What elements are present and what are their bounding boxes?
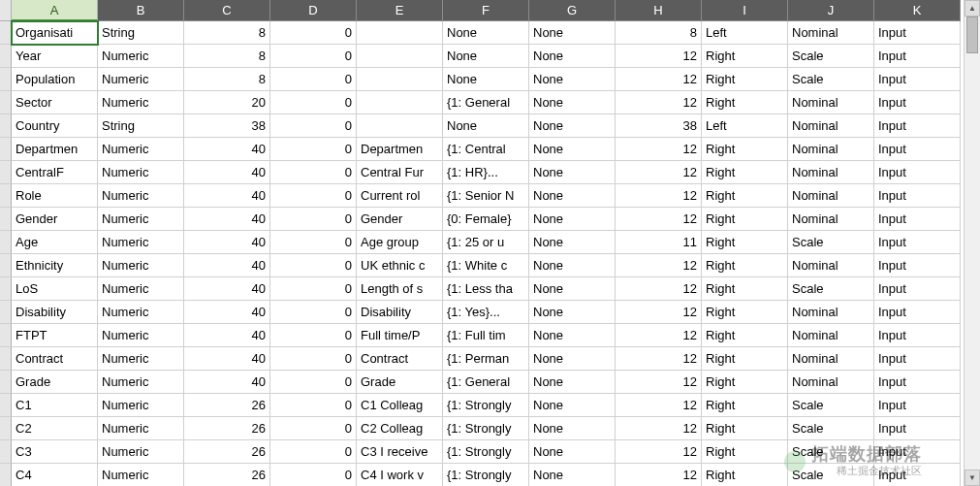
cell[interactable]: Numeric	[98, 277, 184, 301]
cell[interactable]: 0	[270, 394, 357, 417]
cell[interactable]: None	[529, 301, 616, 324]
cell[interactable]: 40	[184, 324, 270, 347]
cell[interactable]: Input	[874, 208, 961, 231]
cell[interactable]: Numeric	[98, 394, 184, 417]
cell[interactable]: None	[443, 68, 529, 91]
cell[interactable]: 0	[270, 184, 357, 208]
row-header[interactable]	[0, 464, 12, 486]
column-header-f[interactable]: F	[443, 0, 529, 21]
row-header[interactable]	[0, 231, 12, 254]
cell[interactable]: Right	[702, 231, 788, 254]
cell[interactable]: Input	[874, 394, 961, 417]
cell[interactable]: 0	[270, 91, 357, 114]
cell[interactable]: 40	[184, 208, 270, 231]
cell[interactable]: None	[443, 45, 529, 68]
cell[interactable]: Departmen	[357, 138, 443, 161]
cell[interactable]: 0	[270, 254, 357, 277]
cell[interactable]: Right	[702, 161, 788, 184]
cell[interactable]: Numeric	[98, 417, 184, 440]
cell[interactable]: Input	[874, 45, 961, 68]
cell[interactable]: {1: White c	[443, 254, 529, 277]
cell[interactable]: {1: Perman	[443, 347, 529, 371]
cell[interactable]: Right	[702, 138, 788, 161]
cell[interactable]: LoS	[12, 277, 98, 301]
cell[interactable]: 12	[616, 394, 702, 417]
cell[interactable]: 11	[616, 231, 702, 254]
cell[interactable]: 40	[184, 161, 270, 184]
cell[interactable]: Length of s	[357, 277, 443, 301]
row-header[interactable]	[0, 21, 12, 45]
cell[interactable]: Right	[702, 464, 788, 486]
row-header[interactable]	[0, 91, 12, 114]
cell[interactable]: 12	[616, 440, 702, 464]
row-header[interactable]	[0, 208, 12, 231]
cell[interactable]: Nominal	[788, 324, 874, 347]
column-header-c[interactable]: C	[184, 0, 270, 21]
cell[interactable]: Right	[702, 324, 788, 347]
cell[interactable]: 12	[616, 277, 702, 301]
cell[interactable]: 12	[616, 347, 702, 371]
cell[interactable]: Input	[874, 68, 961, 91]
cell[interactable]: 12	[616, 464, 702, 486]
cell[interactable]: Nominal	[788, 371, 874, 394]
cell[interactable]: Departmen	[12, 138, 98, 161]
cell[interactable]: 12	[616, 254, 702, 277]
cell[interactable]: FTPT	[12, 324, 98, 347]
cell[interactable]: None	[443, 21, 529, 45]
cell[interactable]: {1: General	[443, 91, 529, 114]
cell[interactable]: Numeric	[98, 347, 184, 371]
cell[interactable]: None	[529, 91, 616, 114]
cell[interactable]: Numeric	[98, 371, 184, 394]
cell[interactable]: Country	[12, 114, 98, 138]
cell[interactable]: Numeric	[98, 184, 184, 208]
cell[interactable]: Input	[874, 301, 961, 324]
cell[interactable]: {1: Central	[443, 138, 529, 161]
cell[interactable]: Population	[12, 68, 98, 91]
column-header-b[interactable]: B	[98, 0, 184, 21]
cell[interactable]: 12	[616, 301, 702, 324]
cell[interactable]: Numeric	[98, 254, 184, 277]
cell[interactable]: Input	[874, 114, 961, 138]
cell[interactable]: Right	[702, 417, 788, 440]
cell[interactable]: Numeric	[98, 208, 184, 231]
cell[interactable]: {1: Strongly	[443, 464, 529, 486]
cell[interactable]: 0	[270, 417, 357, 440]
cell[interactable]: 12	[616, 417, 702, 440]
cell[interactable]: {1: General	[443, 371, 529, 394]
cell[interactable]: Nominal	[788, 161, 874, 184]
cell[interactable]: Disability	[357, 301, 443, 324]
cell[interactable]: 26	[184, 417, 270, 440]
cell[interactable]: 40	[184, 347, 270, 371]
column-header-e[interactable]: E	[357, 0, 443, 21]
cell[interactable]: C2 Colleag	[357, 417, 443, 440]
cell[interactable]: Nominal	[788, 254, 874, 277]
cell[interactable]: {1: 25 or u	[443, 231, 529, 254]
cell[interactable]: 8	[184, 45, 270, 68]
cell[interactable]: Nominal	[788, 91, 874, 114]
cell[interactable]: Numeric	[98, 91, 184, 114]
cell[interactable]: 12	[616, 324, 702, 347]
cell[interactable]: Nominal	[788, 347, 874, 371]
cell[interactable]: String	[98, 21, 184, 45]
cell[interactable]: 0	[270, 464, 357, 486]
cell[interactable]: Input	[874, 184, 961, 208]
cell[interactable]: {1: Strongly	[443, 394, 529, 417]
cell[interactable]: 40	[184, 254, 270, 277]
cell[interactable]: Nominal	[788, 184, 874, 208]
cell[interactable]: None	[529, 114, 616, 138]
cell[interactable]: None	[529, 208, 616, 231]
scroll-up-button[interactable]: ▲	[964, 0, 980, 16]
cell[interactable]: Right	[702, 277, 788, 301]
cell[interactable]: Contract	[357, 347, 443, 371]
scroll-thumb[interactable]	[966, 16, 978, 53]
cell[interactable]: 38	[184, 114, 270, 138]
row-header[interactable]	[0, 347, 12, 371]
cell[interactable]: None	[529, 161, 616, 184]
cell[interactable]: Right	[702, 208, 788, 231]
row-header[interactable]	[0, 114, 12, 138]
cell[interactable]: Input	[874, 324, 961, 347]
cell[interactable]: 26	[184, 394, 270, 417]
cell[interactable]: 26	[184, 440, 270, 464]
cell[interactable]: Input	[874, 91, 961, 114]
cell[interactable]: None	[529, 371, 616, 394]
